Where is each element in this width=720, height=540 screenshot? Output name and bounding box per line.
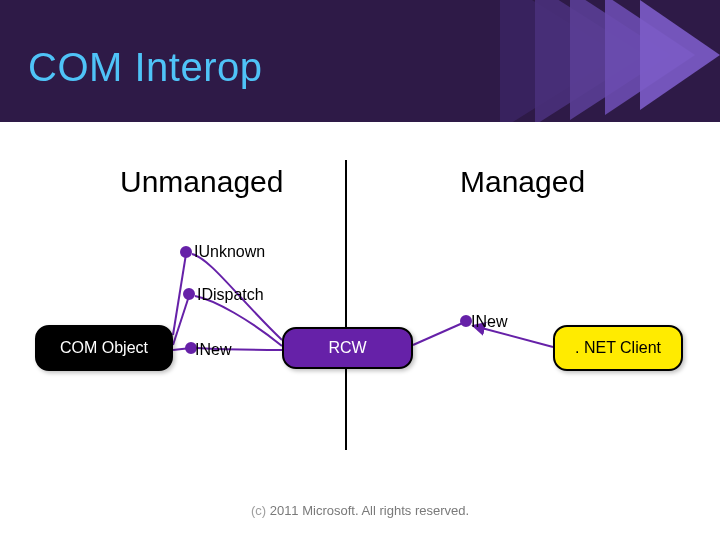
net-client-box: . NET Client — [553, 325, 683, 371]
svg-point-1 — [181, 247, 191, 257]
slide: COM Interop Unmanaged Managed — [0, 0, 720, 540]
rcw-box: RCW — [282, 327, 413, 369]
heading-unmanaged: Unmanaged — [120, 165, 283, 199]
page-title: COM Interop — [28, 45, 262, 90]
rcw-label: RCW — [328, 339, 366, 357]
boundary-divider — [345, 160, 347, 450]
header-triangles-icon — [490, 0, 720, 122]
svg-line-2 — [173, 296, 189, 345]
com-object-box: COM Object — [35, 325, 173, 371]
header-band: COM Interop — [0, 0, 720, 122]
svg-line-6 — [413, 322, 465, 345]
svg-point-3 — [184, 289, 194, 299]
label-iunknown: IUnknown — [194, 243, 265, 261]
net-client-label: . NET Client — [575, 339, 661, 357]
label-idispatch: IDispatch — [197, 286, 264, 304]
label-inew-left: INew — [195, 341, 231, 359]
footer-copyright: (c) — [251, 503, 266, 518]
svg-line-0 — [173, 254, 186, 335]
com-object-label: COM Object — [60, 339, 148, 357]
footer-text: 2011 Microsoft. All rights reserved. — [266, 503, 469, 518]
svg-line-4 — [173, 348, 191, 350]
heading-managed: Managed — [460, 165, 585, 199]
footer: (c) 2011 Microsoft. All rights reserved. — [0, 503, 720, 518]
label-inew-right: INew — [471, 313, 507, 331]
svg-point-7 — [461, 316, 471, 326]
